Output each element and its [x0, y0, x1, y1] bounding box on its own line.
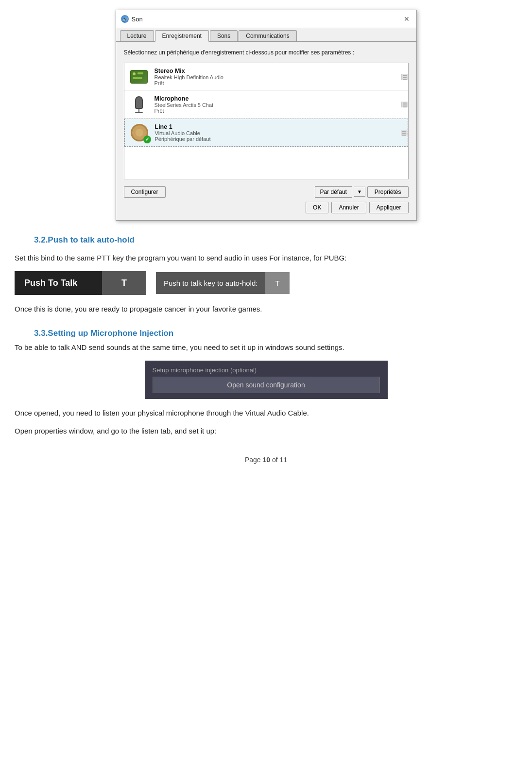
device-name-stereo-mix: Stereo Mix — [154, 68, 395, 74]
tab-sons[interactable]: Sons — [210, 30, 238, 41]
dialog-titlebar: 🔊 Son ✕ — [116, 10, 416, 28]
titlebar-left: 🔊 Son — [121, 15, 143, 23]
page-text: Page — [245, 456, 263, 464]
annuler-button[interactable]: Annuler — [331, 202, 366, 213]
device-list: Stereo Mix Realtek High Definition Audio… — [124, 63, 409, 179]
device-item-microphone[interactable]: Microphone SteelSeries Arctis 5 Chat Prê… — [124, 91, 408, 119]
dialog-footer-row1: Configurer Par défaut ▼ Propriétés — [124, 186, 409, 198]
open-sound-config-button[interactable]: Open sound configuration — [153, 377, 380, 393]
dialog-tabs: Lecture Enregistrement Sons Communicatio… — [116, 28, 416, 42]
setup-label: Setup microphone injection (optional) — [153, 366, 380, 374]
section-33-after1: Once opened, you need to listen your phy… — [15, 408, 517, 419]
ptt-row: Push To Talk T Push to talk key to auto-… — [15, 271, 517, 295]
device-info-line1: Line 1 Virtual Audio Cable Périphérique … — [155, 123, 395, 142]
ptt-left-group: Push To Talk T — [15, 271, 146, 295]
page-number: 10 — [262, 456, 270, 464]
section-32-after: Once this is done, you are ready to prop… — [15, 304, 517, 315]
ptt-label: Push To Talk — [15, 271, 102, 295]
default-group: Par défaut ▼ Propriétés — [315, 186, 409, 198]
section-32-heading: 3.2.Push to talk auto-hold — [34, 235, 517, 245]
ptt-auto-key: T — [265, 272, 289, 294]
close-button[interactable]: ✕ — [402, 14, 412, 24]
ptt-key: T — [102, 271, 146, 295]
dialog-title: Son — [132, 16, 143, 23]
dialog-wrapper: 🔊 Son ✕ Lecture Enregistrement Sons Comm… — [15, 10, 517, 221]
device-sub1-line1: Virtual Audio Cable — [155, 130, 395, 136]
tab-communications[interactable]: Communications — [239, 30, 296, 41]
section-33-heading: 3.3.Setting up Microphone Injection — [34, 329, 517, 338]
sound-config-box: Setup microphone injection (optional) Op… — [145, 361, 388, 399]
dialog-instruction: Sélectionnez un périphérique d'enregistr… — [124, 49, 409, 57]
sound-dialog: 🔊 Son ✕ Lecture Enregistrement Sons Comm… — [116, 10, 417, 221]
device-sub2-line1: Périphérique par défaut — [155, 136, 395, 142]
device-icon-stereo-mix — [129, 67, 149, 87]
page-total: 11 — [280, 456, 288, 464]
device-icon-line1: ✓ — [130, 123, 149, 142]
dialog-footer-row2: OK Annuler Appliquer — [124, 202, 409, 213]
default-check-icon: ✓ — [143, 136, 151, 143]
page-footer: Page 10 of 11 — [15, 456, 517, 473]
tab-enregistrement[interactable]: Enregistrement — [155, 30, 209, 42]
scrollbar-line1 — [401, 130, 408, 136]
page-content: 🔊 Son ✕ Lecture Enregistrement Sons Comm… — [0, 0, 532, 483]
device-name-line1: Line 1 — [155, 123, 395, 130]
ptt-right-group: Push to talk key to auto-hold: T — [156, 272, 290, 294]
device-item-stereo-mix[interactable]: Stereo Mix Realtek High Definition Audio… — [124, 63, 408, 91]
scrollbar-stereo-mix — [401, 74, 408, 80]
appliquer-button[interactable]: Appliquer — [369, 202, 409, 213]
device-item-line1[interactable]: ✓ Line 1 Virtual Audio Cable Périphériqu… — [124, 119, 408, 147]
device-sub1-stereo-mix: Realtek High Definition Audio — [154, 74, 395, 80]
par-defaut-arrow-button[interactable]: ▼ — [354, 187, 365, 197]
tab-lecture[interactable]: Lecture — [120, 30, 154, 41]
ptt-auto-label: Push to talk key to auto-hold: — [156, 272, 265, 294]
page-of-text: of — [270, 456, 279, 464]
device-name-microphone: Microphone — [154, 95, 395, 102]
device-icon-microphone — [129, 95, 149, 114]
dialog-icon: 🔊 — [121, 15, 129, 23]
sound-config-wrapper: Setup microphone injection (optional) Op… — [15, 361, 517, 399]
configurer-button[interactable]: Configurer — [124, 186, 166, 198]
dialog-body: Sélectionnez un périphérique d'enregistr… — [116, 42, 416, 220]
scrollbar-microphone — [401, 102, 408, 107]
device-sub2-microphone: Prêt — [154, 108, 395, 114]
section-33-body: To be able to talk AND send sounds at th… — [15, 342, 517, 353]
section-33-after2: Open properties window, and go to the li… — [15, 426, 517, 437]
device-info-stereo-mix: Stereo Mix Realtek High Definition Audio… — [154, 68, 395, 86]
par-defaut-button[interactable]: Par défaut — [315, 186, 352, 198]
proprietes-button[interactable]: Propriétés — [367, 186, 409, 198]
ok-button[interactable]: OK — [306, 202, 328, 213]
section-32-body: Set this bind to the same PTT key the pr… — [15, 253, 517, 264]
device-info-microphone: Microphone SteelSeries Arctis 5 Chat Prê… — [154, 95, 395, 114]
pcb-icon — [130, 70, 148, 84]
device-sub2-stereo-mix: Prêt — [154, 80, 395, 86]
device-sub1-microphone: SteelSeries Arctis 5 Chat — [154, 102, 395, 108]
